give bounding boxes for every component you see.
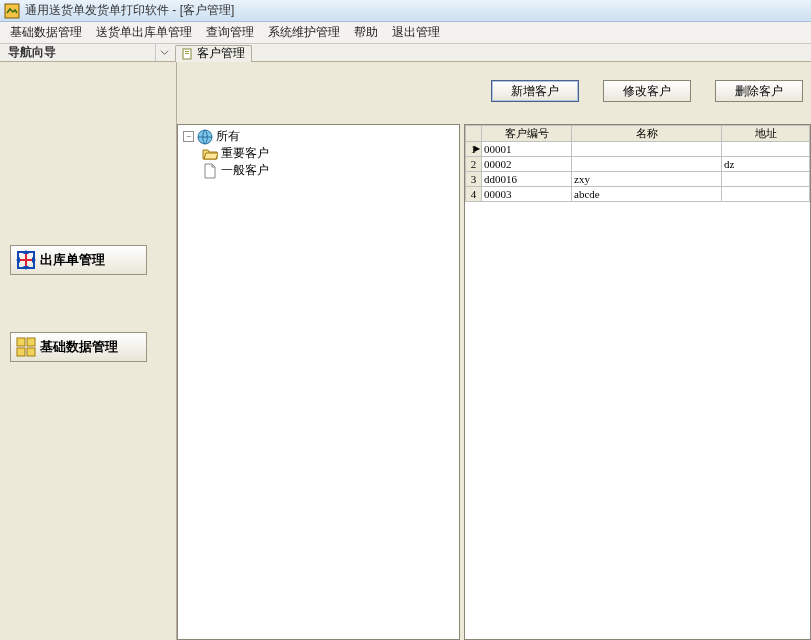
- add-customer-button[interactable]: 新增客户: [491, 80, 579, 102]
- cell-addr[interactable]: dz: [722, 157, 810, 172]
- sidebar: 出库单管理 基础数据管理: [0, 62, 177, 640]
- cell-name[interactable]: abcde: [572, 187, 722, 202]
- rownum-cell: 4: [466, 187, 482, 202]
- svg-rect-8: [27, 348, 35, 356]
- tree-normal[interactable]: 一般客户: [180, 162, 457, 179]
- tab-host: 客户管理: [173, 44, 811, 61]
- tree-important-label: 重要客户: [221, 145, 269, 162]
- cell-addr[interactable]: [722, 142, 810, 157]
- outbound-icon: [14, 248, 38, 272]
- content-area: 新增客户 修改客户 删除客户 − 所有 重要客户: [177, 62, 811, 640]
- table-row[interactable]: 4 00003 abcde: [466, 187, 810, 202]
- tree-root[interactable]: − 所有: [180, 128, 457, 145]
- cell-code[interactable]: dd0016: [482, 172, 572, 187]
- col-addr[interactable]: 地址: [722, 126, 810, 142]
- cell-name[interactable]: [572, 142, 722, 157]
- table-row[interactable]: 2 00002 dz: [466, 157, 810, 172]
- tree-root-label: 所有: [216, 128, 240, 145]
- tab-customer-mgmt[interactable]: 客户管理: [175, 45, 252, 62]
- app-icon: [4, 3, 20, 19]
- window-title: 通用送货单发货单打印软件 - [客户管理]: [25, 2, 234, 19]
- delete-customer-button[interactable]: 删除客户: [715, 80, 803, 102]
- rownum-cell: 1: [466, 142, 482, 157]
- menu-query[interactable]: 查询管理: [206, 24, 254, 41]
- rownum-cell: 3: [466, 172, 482, 187]
- globe-icon: [197, 129, 213, 145]
- tree-collapse-icon[interactable]: −: [183, 131, 194, 142]
- nav-wizard-label: 导航向导: [0, 44, 155, 61]
- title-bar: 通用送货单发货单打印软件 - [客户管理]: [0, 0, 811, 22]
- sidebar-btn-label: 基础数据管理: [40, 338, 118, 356]
- menu-exit[interactable]: 退出管理: [392, 24, 440, 41]
- table-header-row: 客户编号 名称 地址: [466, 126, 810, 142]
- customer-grid: 客户编号 名称 地址 1 00001 2 00002 dz 3: [464, 124, 811, 640]
- action-button-bar: 新增客户 修改客户 删除客户: [177, 80, 811, 108]
- svg-rect-6: [27, 338, 35, 346]
- cell-addr[interactable]: [722, 172, 810, 187]
- col-code[interactable]: 客户编号: [482, 126, 572, 142]
- svg-rect-3: [185, 53, 189, 54]
- nav-dropdown-icon[interactable]: [155, 44, 173, 61]
- rownum-header: [466, 126, 482, 142]
- cell-name[interactable]: [572, 157, 722, 172]
- edit-customer-button[interactable]: 修改客户: [603, 80, 691, 102]
- document-icon: [202, 163, 218, 179]
- col-name[interactable]: 名称: [572, 126, 722, 142]
- basic-data-icon: [14, 335, 38, 359]
- svg-rect-2: [185, 51, 189, 52]
- tree-important[interactable]: 重要客户: [180, 145, 457, 162]
- rownum-cell: 2: [466, 157, 482, 172]
- cell-addr[interactable]: [722, 187, 810, 202]
- menu-help[interactable]: 帮助: [354, 24, 378, 41]
- category-tree: − 所有 重要客户 一般客户: [177, 124, 460, 640]
- sidebar-btn-label: 出库单管理: [40, 251, 105, 269]
- cell-code[interactable]: 00003: [482, 187, 572, 202]
- menu-basic-data[interactable]: 基础数据管理: [10, 24, 82, 41]
- svg-rect-7: [17, 348, 25, 356]
- cell-code[interactable]: 00002: [482, 157, 572, 172]
- folder-open-icon: [202, 146, 218, 162]
- customer-table[interactable]: 客户编号 名称 地址 1 00001 2 00002 dz 3: [465, 125, 810, 202]
- workspace: 出库单管理 基础数据管理 新增客户 修改客户 删除客户 − 所有: [0, 62, 811, 640]
- sidebar-btn-outbound[interactable]: 出库单管理: [10, 245, 147, 275]
- cell-name[interactable]: zxy: [572, 172, 722, 187]
- menu-system[interactable]: 系统维护管理: [268, 24, 340, 41]
- tab-label: 客户管理: [197, 45, 245, 62]
- toolbar-row: 导航向导 客户管理: [0, 44, 811, 62]
- cell-code[interactable]: 00001: [482, 142, 572, 157]
- table-row[interactable]: 3 dd0016 zxy: [466, 172, 810, 187]
- tab-doc-icon: [182, 48, 194, 60]
- tree-normal-label: 一般客户: [221, 162, 269, 179]
- svg-rect-5: [17, 338, 25, 346]
- menu-delivery[interactable]: 送货单出库单管理: [96, 24, 192, 41]
- sidebar-splitter[interactable]: [172, 62, 176, 640]
- sidebar-btn-basic-data[interactable]: 基础数据管理: [10, 332, 147, 362]
- menu-bar: 基础数据管理 送货单出库单管理 查询管理 系统维护管理 帮助 退出管理: [0, 22, 811, 44]
- table-row[interactable]: 1 00001: [466, 142, 810, 157]
